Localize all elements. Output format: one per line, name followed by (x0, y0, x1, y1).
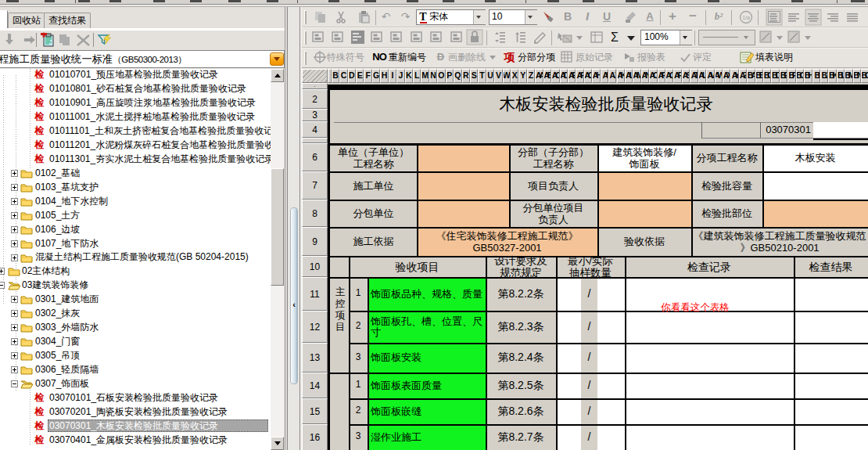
svg-text:1/a: 1/a (742, 15, 750, 20)
